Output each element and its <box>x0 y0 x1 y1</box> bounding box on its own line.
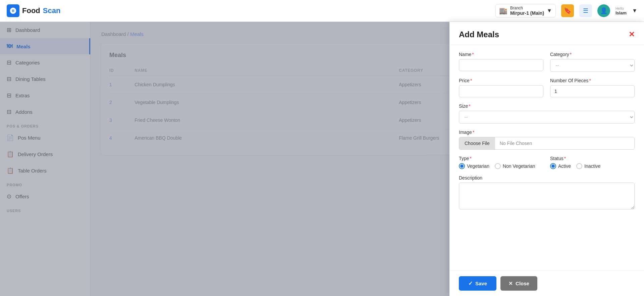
status-active-option[interactable]: Active <box>550 163 571 169</box>
save-check-icon: ✓ <box>468 280 473 287</box>
size-label: Size* <box>459 103 635 109</box>
vegetarian-radio[interactable] <box>459 163 465 169</box>
form-group-description: Description <box>459 175 635 209</box>
menu-button[interactable]: ☰ <box>579 4 592 17</box>
category-label: Category* <box>550 52 635 57</box>
form-group-type: Type* Vegetarian Non Vegetarian <box>459 156 543 169</box>
nav-right: 🏬 Branch Mirpur-1 (Main) ▼ 🔖 ☰ 👤 Hello I… <box>495 4 637 17</box>
form-group-status: Status* Active Inactive <box>550 156 635 169</box>
active-label: Active <box>558 163 571 169</box>
save-button[interactable]: ✓ Save <box>459 276 496 291</box>
type-vegetarian-option[interactable]: Vegetarian <box>459 163 489 169</box>
inactive-radio[interactable] <box>576 163 582 169</box>
pieces-label: Number Of Pieces* <box>550 78 635 83</box>
name-input[interactable] <box>459 59 543 71</box>
description-textarea[interactable] <box>459 183 635 209</box>
form-group-pieces: Number Of Pieces* <box>550 78 635 97</box>
category-select[interactable]: -- <box>550 59 635 72</box>
type-label: Type* <box>459 156 543 161</box>
form-group-category: Category* -- <box>550 52 635 72</box>
user-info: Hello Islam <box>615 6 627 15</box>
price-input[interactable] <box>459 85 543 97</box>
type-non-vegetarian-option[interactable]: Non Vegetarian <box>495 163 535 169</box>
logo-scan: Scan <box>43 6 61 15</box>
bookmark-button[interactable]: 🔖 <box>561 4 574 17</box>
choose-file-button[interactable]: Choose File <box>459 137 495 149</box>
status-radio-group: Active Inactive <box>550 163 635 169</box>
logo-icon <box>7 4 19 17</box>
modal-title: Add Meals <box>459 30 499 39</box>
form-row-price-pieces: Price* Number Of Pieces* <box>459 78 635 97</box>
non-vegetarian-label: Non Vegetarian <box>503 163 535 169</box>
form-group-image: Image* Choose File No File Chosen <box>459 130 635 150</box>
size-select[interactable]: -- <box>459 111 635 124</box>
close-label: Close <box>516 281 529 286</box>
branch-icon: 🏬 <box>499 7 507 15</box>
price-label: Price* <box>459 78 543 83</box>
description-label: Description <box>459 175 635 181</box>
form-row-size: Size* -- <box>459 103 635 124</box>
branch-info: Branch Mirpur-1 (Main) <box>510 6 544 16</box>
logo-food: Food <box>22 6 40 15</box>
modal-body: Name* Category* -- Price* <box>449 45 644 270</box>
vegetarian-label: Vegetarian <box>467 163 489 169</box>
type-radio-group: Vegetarian Non Vegetarian <box>459 163 543 169</box>
logo: FoodScan <box>7 4 60 17</box>
pieces-input[interactable] <box>550 85 635 97</box>
file-upload-row: Choose File No File Chosen <box>459 137 635 150</box>
form-group-size: Size* -- <box>459 103 635 124</box>
save-label: Save <box>475 281 487 286</box>
type-status-row: Type* Vegetarian Non Vegetarian Status* <box>459 156 635 169</box>
form-group-price: Price* <box>459 78 543 97</box>
modal-close-x-button[interactable]: ✕ <box>629 30 635 39</box>
user-name: Islam <box>615 10 627 15</box>
status-inactive-option[interactable]: Inactive <box>576 163 600 169</box>
form-row-name-category: Name* Category* -- <box>459 52 635 72</box>
image-label: Image* <box>459 130 635 135</box>
non-vegetarian-radio[interactable] <box>495 163 501 169</box>
branch-label: Branch <box>510 6 544 10</box>
modal-header: Add Meals ✕ <box>449 22 644 45</box>
avatar: 👤 <box>597 4 610 17</box>
active-radio[interactable] <box>550 163 556 169</box>
status-label: Status* <box>550 156 635 161</box>
inactive-label: Inactive <box>584 163 600 169</box>
branch-selector[interactable]: 🏬 Branch Mirpur-1 (Main) ▼ <box>495 4 556 17</box>
close-x-icon: ✕ <box>508 281 513 287</box>
user-dropdown-icon: ▼ <box>632 8 637 14</box>
name-label: Name* <box>459 52 543 57</box>
topnav: FoodScan 🏬 Branch Mirpur-1 (Main) ▼ 🔖 ☰ … <box>0 0 644 22</box>
add-meals-modal: Add Meals ✕ Name* Category* -- <box>449 22 644 296</box>
file-name-display: No File Chosen <box>495 137 634 149</box>
close-button[interactable]: ✕ Close <box>500 276 537 291</box>
branch-dropdown-icon: ▼ <box>547 8 552 14</box>
modal-footer: ✓ Save ✕ Close <box>449 270 644 296</box>
hello-label: Hello <box>615 6 627 10</box>
form-group-name: Name* <box>459 52 543 72</box>
branch-name: Mirpur-1 (Main) <box>510 10 544 16</box>
